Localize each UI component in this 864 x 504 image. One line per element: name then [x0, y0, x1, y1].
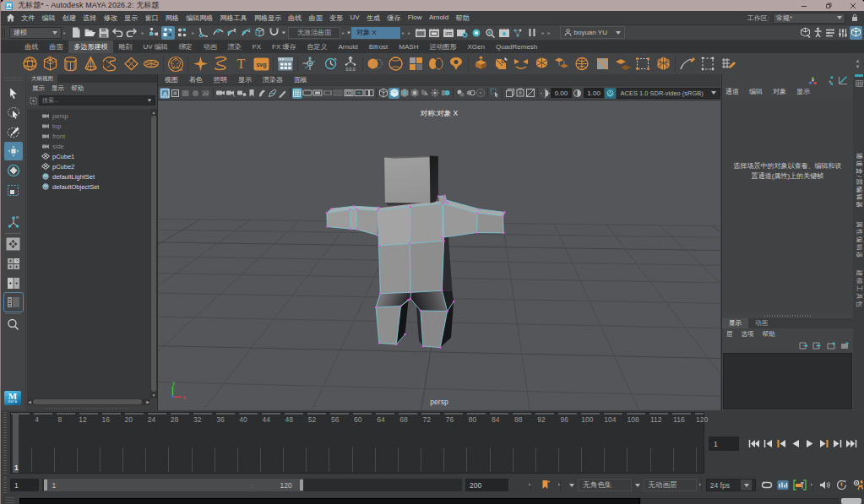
open-scene-button[interactable] [84, 26, 97, 40]
menu-item[interactable]: 曲面 [306, 14, 326, 23]
fps-dropdown[interactable]: 24 fps [706, 479, 756, 491]
mel-input-field[interactable] [19, 498, 640, 504]
home-icon[interactable] [6, 14, 15, 22]
go-to-end-button[interactable] [846, 438, 857, 450]
scroll-right-icon[interactable]: ▶ [146, 398, 149, 405]
new-layer-selected-icon[interactable] [840, 341, 850, 350]
group-separator[interactable]: ▸ [140, 27, 146, 39]
select-by-component-button[interactable] [176, 26, 189, 40]
poly-plane-shelf-button[interactable] [121, 54, 141, 74]
shelf-tab[interactable]: FX [247, 41, 266, 53]
commandline-grip[interactable] [1, 495, 19, 504]
group-separator[interactable]: ▸ [340, 27, 346, 39]
bevel-shelf-button[interactable] [491, 54, 511, 74]
modeling-toolkit-toggle[interactable] [799, 26, 811, 40]
playback-range[interactable] [44, 479, 303, 491]
menu-item[interactable]: 帮助 [452, 14, 472, 23]
menu-item[interactable]: 网格工具 [216, 14, 250, 23]
shelf-tab[interactable]: 多边形建模 [68, 41, 113, 53]
render-view-button[interactable] [414, 26, 427, 40]
step-back-frame-button[interactable] [763, 438, 774, 450]
time-tool-shelf-button[interactable] [320, 54, 340, 74]
viewport-menu-item[interactable]: 面板 [294, 75, 307, 84]
viewport-3d-scene[interactable]: y x [158, 100, 720, 410]
menu-item[interactable]: 生成 [363, 14, 383, 23]
symmetry-field[interactable]: 对象 X [351, 27, 400, 39]
menu-item[interactable]: 创建 [59, 14, 79, 23]
crop-region-button[interactable] [525, 88, 535, 99]
channelbox-menu-item[interactable]: 通道 [725, 87, 739, 96]
scrollbar-thumb[interactable] [151, 116, 156, 392]
maya-logo[interactable]: MMAYA [4, 391, 21, 405]
menu-item[interactable]: 窗口 [141, 14, 161, 23]
image-plane-button[interactable] [201, 88, 211, 99]
move-tool[interactable] [4, 142, 23, 160]
new-scene-button[interactable] [69, 26, 83, 40]
snapshot-paste-button[interactable] [515, 88, 525, 99]
group-separator[interactable]: ▸ [546, 27, 552, 39]
light-editor-button[interactable] [470, 26, 483, 40]
viewport-menu-item[interactable]: 视图 [165, 75, 178, 84]
redo-button[interactable] [125, 26, 139, 40]
range-end-handle[interactable] [300, 480, 303, 490]
layer-list[interactable] [723, 353, 852, 409]
layout-two-pane[interactable] [4, 274, 23, 292]
snapshot-copy-button[interactable] [504, 88, 514, 99]
gamma-field[interactable]: 1.00 [584, 88, 604, 98]
lookdev-button[interactable] [484, 26, 497, 40]
star-curve-shelf-button[interactable] [190, 54, 210, 74]
shelf-tab[interactable]: 运动图形 [424, 41, 462, 53]
target-weld-shelf-button[interactable] [446, 54, 466, 74]
menu-item[interactable]: 网格 [162, 14, 182, 23]
depth-of-field-button[interactable] [465, 88, 475, 99]
menu-item[interactable]: 显示 [121, 14, 141, 23]
viewport-canvas[interactable]: y x 对称:对象 X persp [158, 100, 720, 410]
chevron-down-icon[interactable] [347, 31, 350, 34]
multi-cut-shelf-button[interactable] [426, 54, 446, 74]
menu-item[interactable]: 缓存 [383, 14, 404, 23]
outliner-menu-item[interactable]: 展示 [32, 84, 45, 93]
live-surface-field[interactable]: 无激活曲面 [288, 27, 340, 39]
restore-button[interactable] [816, 0, 840, 11]
save-scene-button[interactable] [97, 26, 111, 40]
camera-attributes-button[interactable] [180, 88, 190, 99]
outliner-item[interactable]: top [27, 121, 150, 131]
shaded-display-button[interactable] [389, 88, 399, 99]
outliner-item[interactable]: side [27, 141, 150, 151]
current-frame-field[interactable]: 1 [709, 436, 739, 451]
auto-key-icon[interactable] [853, 480, 864, 490]
poly-cylinder-shelf-button[interactable] [60, 54, 80, 74]
toolbox-grip[interactable] [4, 76, 22, 81]
layer-tab[interactable]: 显示 [722, 318, 748, 328]
motion-blur-button[interactable] [441, 88, 451, 99]
outliner-vscrollbar[interactable]: ▲ ▼ [150, 109, 157, 398]
pencil-anim-button[interactable] [257, 88, 267, 99]
isolate-cursor-button[interactable] [490, 88, 500, 99]
range-start-handle[interactable] [44, 480, 47, 490]
snap-projected-center-button[interactable] [240, 26, 253, 40]
timeslider-grip[interactable] [2, 412, 8, 474]
grid-pencil-shelf-button[interactable] [718, 54, 738, 74]
go-to-start-button[interactable] [748, 438, 759, 450]
lattice-shelf-button[interactable] [633, 54, 653, 74]
menu-item[interactable]: Arnold [426, 14, 453, 23]
workspace-dropdown[interactable]: 常规* [773, 13, 845, 24]
layer-menu-item[interactable]: 帮助 [763, 330, 775, 339]
outliner-search-input[interactable]: 搜索... [39, 95, 155, 106]
group-separator[interactable]: ▸ [62, 27, 68, 39]
menu-set-dropdown[interactable]: 建模 [9, 27, 62, 39]
pipeline-cache-button[interactable] [512, 26, 525, 40]
select-hierarchy-button[interactable] [148, 26, 161, 40]
poly-torus-shelf-button[interactable] [101, 54, 121, 74]
sphere-project-shelf-button[interactable] [572, 54, 592, 74]
minimize-button[interactable] [791, 0, 816, 11]
shelf-tab[interactable]: MASH [394, 41, 424, 53]
panel-grid-icon[interactable] [856, 80, 863, 87]
exposure-field[interactable]: 0.00 [551, 88, 571, 98]
play-forwards-button[interactable] [804, 438, 815, 450]
group-separator[interactable]: ▸ [400, 27, 406, 39]
range-center-dots[interactable]: ∷ [250, 482, 254, 488]
lock-icon[interactable] [851, 14, 858, 22]
select-camera-button[interactable]: A [160, 88, 170, 99]
filter-icon[interactable] [30, 97, 37, 105]
